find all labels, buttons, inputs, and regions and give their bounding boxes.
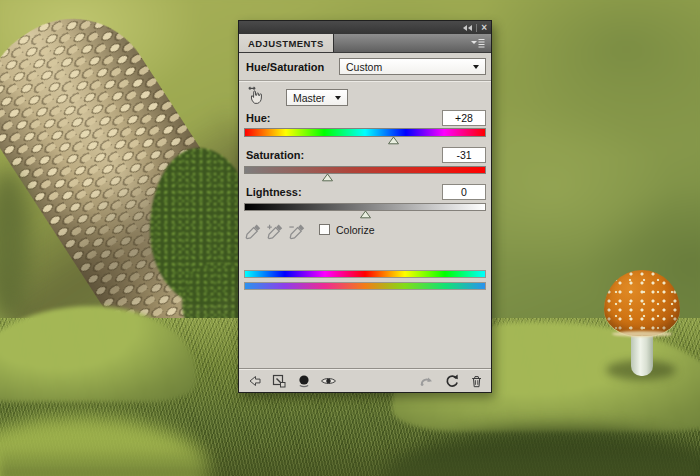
collapse-to-icons-icon[interactable] — [463, 25, 472, 31]
left-triangle-icon — [463, 25, 467, 31]
lightness-slider-track[interactable] — [244, 203, 486, 211]
clip-to-layer-icon[interactable] — [295, 372, 312, 389]
panel-bottom-toolbar — [239, 368, 491, 392]
adjustments-panel: × ADJUSTMENTS Hue/Saturation Custom Mast… — [238, 20, 492, 393]
eyedropper-icon[interactable] — [244, 222, 263, 241]
view-previous-state-icon[interactable] — [418, 372, 435, 389]
delete-adjustment-icon[interactable] — [468, 372, 485, 389]
chevron-down-icon — [473, 65, 479, 69]
channel-dropdown[interactable]: Master — [286, 89, 348, 106]
preset-value: Custom — [346, 61, 382, 73]
hue-slider-track[interactable] — [244, 128, 486, 137]
channel-value: Master — [293, 92, 325, 104]
panel-titlebar[interactable]: × — [239, 21, 491, 34]
chevron-down-icon — [335, 96, 341, 100]
preset-dropdown[interactable]: Custom — [339, 58, 486, 75]
saturation-slider-thumb[interactable] — [321, 173, 334, 182]
fly-agaric-mushroom — [598, 268, 690, 380]
hue-label: Hue: — [246, 112, 270, 124]
tab-adjustments[interactable]: ADJUSTMENTS — [239, 34, 334, 52]
saturation-slider-track[interactable] — [244, 166, 486, 174]
header-divider — [239, 80, 491, 82]
targeted-adjustment-tool-icon[interactable] — [247, 85, 267, 105]
toggle-layer-visibility-icon[interactable] — [320, 372, 337, 389]
lightness-value-field[interactable]: 0 — [442, 184, 486, 200]
eyedropper-minus-icon[interactable] — [288, 222, 307, 241]
switch-to-expanded-view-icon[interactable] — [270, 372, 287, 389]
close-icon[interactable]: × — [481, 23, 487, 33]
saturation-value-field[interactable]: -31 — [442, 147, 486, 163]
colorize-label: Colorize — [336, 224, 375, 236]
panel-menu-icon[interactable] — [470, 37, 486, 49]
lightness-label: Lightness: — [246, 186, 302, 198]
spectrum-bar-adjusted — [244, 282, 486, 290]
colorize-checkbox[interactable] — [319, 224, 330, 235]
left-triangle-icon — [468, 25, 472, 31]
reset-to-defaults-icon[interactable] — [443, 372, 460, 389]
foreground-blur-band — [0, 446, 700, 476]
eyedropper-plus-icon[interactable] — [266, 222, 285, 241]
return-to-adjustment-list-icon[interactable] — [245, 372, 262, 389]
panel-tab-row: ADJUSTMENTS — [239, 34, 491, 53]
hue-value-field[interactable]: +28 — [442, 110, 486, 126]
titlebar-separator — [476, 24, 477, 32]
spectrum-bar-original — [244, 270, 486, 278]
saturation-label: Saturation: — [246, 149, 304, 161]
panel-body: Hue/Saturation Custom Master Hue: +28 Sa… — [239, 54, 491, 392]
lightness-slider-thumb[interactable] — [359, 210, 372, 219]
mushroom-cap — [604, 270, 680, 336]
hue-slider-thumb[interactable] — [387, 136, 400, 145]
adjustment-title: Hue/Saturation — [246, 61, 324, 73]
